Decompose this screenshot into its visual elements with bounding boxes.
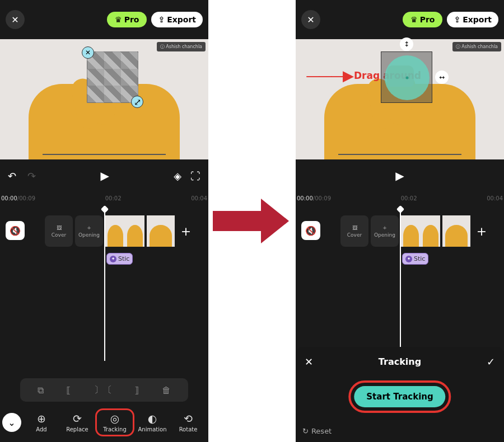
add-label: Add [36,426,46,432]
play-button[interactable]: ▶ [395,169,404,182]
rotate-label: Rotate [179,426,198,432]
opening-slot[interactable]: +Opening [371,215,399,247]
panel-close-button[interactable]: ✕ [305,356,313,368]
sticker-label: Stic [118,255,129,262]
animation-tool[interactable]: ◐Animation [134,410,170,435]
collapse-button[interactable]: ⌄ [2,413,21,432]
cover-label: Cover [347,232,362,238]
panel-confirm-button[interactable]: ✓ [487,356,495,368]
crown-icon: ♛ [115,15,122,24]
add-tool[interactable]: ⊕Add [24,410,59,435]
split-button[interactable]: 〕〔 [94,384,112,396]
watermark-tag: ⓘAshish chanchla [157,42,206,51]
top-right-group: ♛Pro ⇪Export [403,12,498,27]
fullscreen-button[interactable]: ⛶ [190,170,200,182]
tracking-icon: ◎ [110,412,120,425]
tracking-overlay[interactable]: ↕ ↔ [381,51,432,103]
keyframe-button[interactable]: ◈ [174,170,181,182]
video-viewport[interactable]: ⓘAshish chanchla ✕ ⤢ [0,39,208,159]
reset-icon: ↻ [302,427,309,435]
export-label: Export [167,15,196,24]
export-button[interactable]: ⇪Export [151,12,203,27]
phone-right: ✕ ♛Pro ⇪Export ⓘAshish chanchla ———▶ Dra… [296,0,504,442]
add-clip-button[interactable]: + [177,215,195,247]
timecode-ruler: 00:00/00:09 00:02 00:04 [0,192,208,204]
tracking-circle[interactable] [385,55,430,100]
mute-button[interactable]: 🔇 [6,221,25,240]
top-bar: ✕ ♛Pro ⇪Export [0,0,208,39]
sticker-icon: ✦ [110,256,116,262]
image-icon: 🖼 [57,225,62,231]
animation-icon: ◐ [148,412,157,425]
overlay-resize-icon[interactable]: ⤢ [131,96,143,108]
cover-label: Cover [52,232,66,238]
top-bar: ✕ ♛Pro ⇪Export [296,0,504,39]
replace-label: Replace [66,426,88,432]
vertical-handle-icon[interactable]: ↕ [400,37,413,51]
play-button[interactable]: ▶ [100,169,109,182]
replace-tool[interactable]: ⟳Replace [59,410,95,435]
sticker-label: Stic [414,255,425,262]
sticker-clip[interactable]: ✦Stic [106,253,133,265]
crown-icon: ♛ [410,15,418,24]
rotate-tool[interactable]: ⟲Rotate [170,410,206,435]
panel-title: Tracking [379,356,421,367]
pixelate-overlay[interactable]: ✕ ⤢ [87,51,138,103]
close-button[interactable]: ✕ [301,10,320,29]
replace-icon: ⟳ [73,412,82,425]
video-clip[interactable] [105,215,144,247]
copy-button[interactable]: ⧉ [38,385,44,396]
start-tracking-button[interactable]: Start Tracking [354,386,445,407]
pro-button[interactable]: ♛Pro [403,12,442,27]
close-button[interactable]: ✕ [6,10,25,29]
opening-label: Opening [374,232,395,238]
video-clip[interactable] [401,215,440,247]
tracking-label: Tracking [103,426,127,432]
video-clip[interactable] [442,215,470,247]
add-icon: ⊕ [37,412,46,425]
plus-icon: + [87,225,91,231]
mute-button[interactable]: 🔇 [301,221,320,240]
top-right-group: ♛Pro ⇪Export [107,12,203,27]
tracking-tool[interactable]: ◎Tracking [95,408,134,436]
timecode-ruler: 00:00/00:09 00:02 00:04 [296,192,504,204]
rotate-icon: ⟲ [184,412,193,425]
upload-icon: ⇪ [454,15,460,24]
sticker-icon: ✦ [405,256,412,262]
reset-button[interactable]: ↻Reset [302,427,332,435]
overlay-close-icon[interactable]: ✕ [82,46,94,59]
export-label: Export [463,15,492,24]
tracking-panel: ✕ Tracking ✓ Start Tracking ↻Reset [296,347,504,442]
sticker-clip[interactable]: ✦Stic [402,253,428,265]
undo-button[interactable]: ↶ [8,170,16,182]
playback-controls: ↶ ↷ ▶ ◈ ⛶ [0,159,208,192]
split-left-button[interactable]: ⟦ [67,385,71,396]
delete-button[interactable]: 🗑 [162,385,171,396]
video-clip[interactable] [147,215,175,247]
opening-slot[interactable]: +Opening [75,215,103,247]
reset-label: Reset [311,427,332,435]
pro-label: Pro [124,15,139,24]
timeline[interactable]: 🔇 🖼Cover +Opening + ✦Stic [296,204,504,325]
pro-label: Pro [420,15,435,24]
split-right-button[interactable]: ⟧ [135,385,139,396]
bottom-toolbar: ⌄ ⊕Add ⟳Replace ◎Tracking ◐Animation ⟲Ro… [0,403,208,442]
opening-label: Opening [78,232,100,238]
edit-toolbar: ⧉ ⟦ 〕〔 ⟧ 🗑 [20,378,188,402]
image-icon: 🖼 [352,225,357,231]
phone-left: ✕ ♛Pro ⇪Export ⓘAshish chanchla ✕ ⤢ ↶ ↷ … [0,0,208,442]
redo-button[interactable]: ↷ [27,170,36,182]
playback-controls: ▶ [296,159,504,192]
timeline[interactable]: 🔇 🖼Cover +Opening + ✦Stic [0,204,208,325]
cover-slot[interactable]: 🖼Cover [340,215,368,247]
playhead[interactable] [104,210,105,361]
horizontal-handle-icon[interactable]: ↔ [435,70,449,84]
video-viewport[interactable]: ⓘAshish chanchla ———▶ Drag around ↕ ↔ [296,39,504,159]
cover-slot[interactable]: 🖼Cover [45,215,73,247]
pro-button[interactable]: ♛Pro [107,12,147,27]
export-button[interactable]: ⇪Export [447,12,498,27]
upload-icon: ⇪ [158,15,165,24]
add-clip-button[interactable]: + [473,215,491,247]
transition-arrow [213,199,291,243]
plus-icon: + [382,225,387,231]
